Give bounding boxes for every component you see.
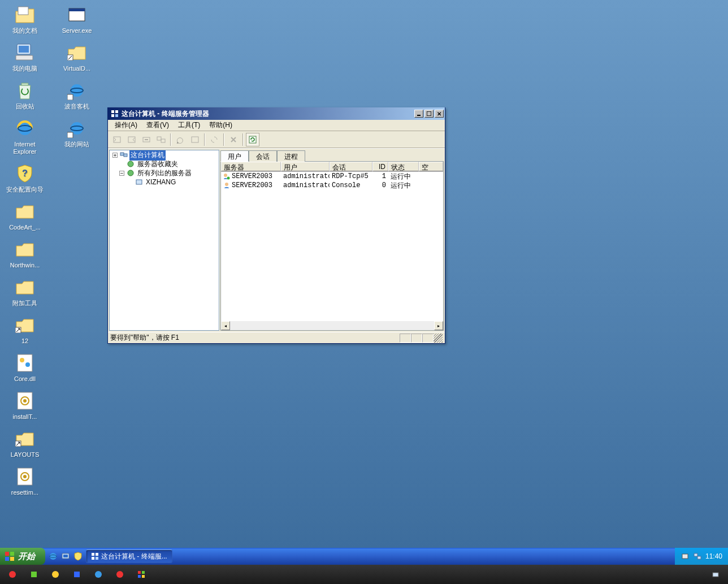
quick-launch-desktop[interactable] xyxy=(60,550,71,563)
folder-icon xyxy=(14,200,36,223)
desktop-icon-server-exe[interactable]: Server.exe xyxy=(57,2,97,36)
toolbar-btn-4[interactable] xyxy=(154,133,168,146)
svg-rect-29 xyxy=(111,114,114,117)
computer-icon xyxy=(14,41,36,64)
desktop-icon-installt[interactable]: installT... xyxy=(5,388,45,422)
desktop-icon-label: Internet Explorer xyxy=(6,141,44,155)
secondary-item[interactable] xyxy=(111,568,129,581)
cell-user: administrator xyxy=(281,172,330,180)
tray-icon xyxy=(711,570,720,579)
desktop-icon-my-documents[interactable]: 我的文档 xyxy=(5,2,45,36)
system-tray: 11:40 xyxy=(675,548,728,565)
close-button[interactable]: ✕ xyxy=(435,110,444,118)
start-button[interactable]: 开始 xyxy=(0,548,45,565)
toolbar-separator xyxy=(242,133,244,146)
app-icon xyxy=(51,570,60,579)
desktop-icon-northwin[interactable]: Northwin... xyxy=(5,237,45,270)
folder-shortcut-icon xyxy=(14,314,36,336)
desktop-icon-layouts[interactable]: LAYOUTS xyxy=(5,426,45,460)
tab-users[interactable]: 用户 xyxy=(220,150,249,162)
toolbar-btn-5[interactable] xyxy=(174,133,187,146)
secondary-item[interactable] xyxy=(3,568,21,581)
collapse-icon[interactable]: − xyxy=(119,171,124,176)
toolbar-btn-3[interactable] xyxy=(140,133,153,146)
cell-state: 运行中 xyxy=(388,172,419,181)
scroll-right-button[interactable]: ▸ xyxy=(434,321,443,330)
cell-server: SERVER2003 xyxy=(232,181,272,189)
toolbar-btn-2[interactable] xyxy=(125,133,138,146)
tray-icon-network[interactable] xyxy=(693,552,702,561)
expand-icon[interactable]: + xyxy=(112,153,118,158)
toolbar-btn-delete[interactable] xyxy=(227,133,240,146)
bat-file-icon xyxy=(14,390,36,412)
col-user[interactable]: 用户 xyxy=(281,162,330,171)
quick-launch-ie[interactable] xyxy=(47,550,59,563)
secondary-item[interactable] xyxy=(46,568,64,581)
desktop-icon-my-site[interactable]: 我的网站 xyxy=(57,116,97,149)
desktop-icon-security-config[interactable]: ? 安全配置向导 xyxy=(5,161,45,194)
list-row[interactable]: SERVER2003 administrator Console 0 运行中 xyxy=(221,181,443,190)
desktop-icons: 我的文档 我的电脑 回收站 Internet Explorer ? 安全配置向导… xyxy=(5,2,97,498)
desktop-icon-addon-tools[interactable]: 附加工具 xyxy=(5,275,45,308)
scroll-track[interactable] xyxy=(230,321,434,330)
resize-grip[interactable] xyxy=(434,334,443,343)
window-titlebar[interactable]: 这台计算机 - 终端服务管理器 ✕ xyxy=(108,107,445,120)
minimize-button[interactable] xyxy=(414,110,423,118)
menu-help[interactable]: 帮助(H) xyxy=(205,119,237,131)
menubar: 操作(A) 查看(V) 工具(T) 帮助(H) xyxy=(108,120,445,131)
col-server[interactable]: 服务器 xyxy=(221,162,281,171)
svg-rect-8 xyxy=(18,354,32,371)
svg-rect-34 xyxy=(128,137,135,142)
secondary-tray-item[interactable] xyxy=(707,568,725,581)
task-button-tsmanager[interactable]: 这台计算机 - 终端服... xyxy=(86,550,172,563)
tab-processes[interactable]: 进程 xyxy=(277,150,305,162)
desktop-icon-recycle-bin[interactable]: 回收站 xyxy=(5,78,45,111)
scroll-left-button[interactable]: ◂ xyxy=(221,321,230,330)
tree-pane[interactable]: + 这台计算机 服务器收藏夹 − 所有列出的服务器 XIZHANG xyxy=(109,150,219,331)
desktop-icon-internet-explorer[interactable]: Internet Explorer xyxy=(5,116,45,157)
col-state[interactable]: 状态 xyxy=(388,162,419,171)
horizontal-scrollbar[interactable]: ◂ ▸ xyxy=(221,321,443,330)
menu-tools[interactable]: 工具(T) xyxy=(174,119,205,131)
secondary-item[interactable] xyxy=(25,568,43,581)
menu-action[interactable]: 操作(A) xyxy=(110,119,142,131)
desktop-icon-my-computer[interactable]: 我的电脑 xyxy=(5,40,45,73)
desktop-background[interactable]: 我的文档 我的电脑 回收站 Internet Explorer ? 安全配置向导… xyxy=(0,0,728,584)
toolbar-btn-6[interactable] xyxy=(188,133,202,146)
quick-launch-security[interactable] xyxy=(72,550,84,563)
list-body[interactable]: SERVER2003 administrator RDP-Tcp#5 1 运行中… xyxy=(221,172,443,321)
desktop-icon-label: 附加工具 xyxy=(12,300,37,307)
list-row[interactable]: SERVER2003 administrator RDP-Tcp#5 1 运行中 xyxy=(221,172,443,181)
tree-node-all-servers[interactable]: − 所有列出的服务器 xyxy=(110,168,219,178)
desktop-icon-virtuald[interactable]: VirtualD... xyxy=(57,40,97,73)
svg-rect-23 xyxy=(67,94,73,100)
toolbar-btn-7[interactable] xyxy=(207,133,221,146)
desktop-icon-resettim[interactable]: resettim... xyxy=(5,464,45,498)
desktop-icon-12[interactable]: 12 xyxy=(5,313,45,346)
tree-node-xizhang[interactable]: XIZHANG xyxy=(110,178,219,187)
col-session[interactable]: 会话 xyxy=(330,162,372,171)
secondary-item[interactable] xyxy=(132,568,150,581)
folder-shortcut-icon xyxy=(66,41,88,64)
toolbar-btn-refresh[interactable] xyxy=(246,133,259,146)
status-cell xyxy=(422,334,434,343)
toolbar-separator xyxy=(204,133,205,146)
tray-icon-1[interactable] xyxy=(681,552,690,561)
menu-view[interactable]: 查看(V) xyxy=(142,119,174,131)
col-id[interactable]: ID xyxy=(372,162,388,171)
svg-rect-56 xyxy=(63,555,68,557)
svg-rect-61 xyxy=(682,554,688,559)
desktop-icon-codeart[interactable]: CodeArt_... xyxy=(5,199,45,232)
toolbar-separator xyxy=(170,133,171,146)
secondary-item[interactable] xyxy=(68,568,86,581)
toolbar-btn-1[interactable] xyxy=(110,133,124,146)
desktop-icon-core-dll[interactable]: Core.dll xyxy=(5,351,45,384)
secondary-item[interactable] xyxy=(89,568,107,581)
clock[interactable]: 11:40 xyxy=(705,552,722,560)
maximize-button[interactable] xyxy=(424,110,434,118)
toolbar-separator xyxy=(223,133,224,146)
col-idle[interactable]: 空 xyxy=(419,162,443,171)
desktop-icon-boeing[interactable]: 波音客机 xyxy=(57,78,97,111)
tab-sessions[interactable]: 会话 xyxy=(249,150,277,162)
cell-session: RDP-Tcp#5 xyxy=(330,172,372,180)
